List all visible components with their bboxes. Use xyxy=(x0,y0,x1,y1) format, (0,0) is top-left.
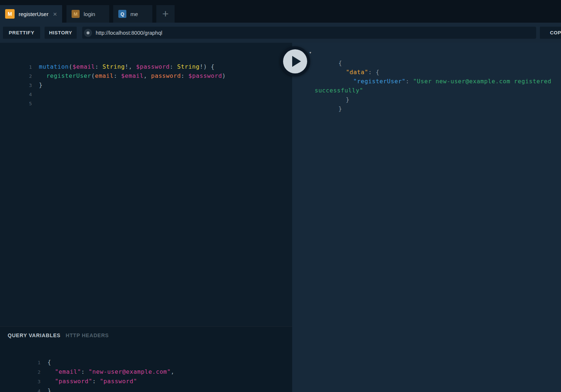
token: : xyxy=(114,72,121,79)
close-icon[interactable]: × xyxy=(53,11,57,18)
token: registerUser xyxy=(46,72,91,79)
token xyxy=(39,72,46,79)
code-line: 1mutation($email: String!, $password: St… xyxy=(0,53,292,62)
tab-query-variables[interactable]: QUERY VARIABLES xyxy=(8,332,61,338)
execute-button[interactable] xyxy=(280,46,310,76)
variables-header: QUERY VARIABLES HTTP HEADERS xyxy=(0,327,292,338)
token: "password" xyxy=(100,378,137,385)
tab-bar: M registerUser × M login Q me + xyxy=(0,0,561,23)
token: } xyxy=(39,81,42,88)
line-number: 2 xyxy=(30,368,41,377)
copy-url-button[interactable]: COPY xyxy=(540,27,561,39)
code-line: 4 xyxy=(0,80,292,90)
token: , xyxy=(171,368,175,375)
line-number: 1 xyxy=(22,62,32,72)
variables-editor[interactable]: 1{ 2 "email": "new-user@example.com", 3 … xyxy=(0,348,292,386)
line-number: 3 xyxy=(30,377,41,387)
token xyxy=(338,78,353,85)
line-number: 4 xyxy=(30,387,41,392)
token: { xyxy=(47,359,51,366)
token: : xyxy=(170,63,177,70)
variables-panel: QUERY VARIABLES HTTP HEADERS 1{ 2 "email… xyxy=(0,326,292,392)
endpoint-url-input[interactable] xyxy=(96,30,536,36)
mutation-badge-icon: M xyxy=(72,10,80,18)
new-tab-button[interactable]: + xyxy=(156,5,175,23)
mutation-badge-icon: M xyxy=(5,9,15,19)
token: "new-user@example.com" xyxy=(88,368,171,375)
token: !) { xyxy=(199,63,214,70)
result-line: "data": { xyxy=(316,58,561,68)
collapse-arrow-icon[interactable]: ▾ xyxy=(309,50,312,55)
line-number: 2 xyxy=(22,72,32,81)
connection-dot-icon xyxy=(84,29,92,37)
token: password xyxy=(151,72,181,79)
line-number: 4 xyxy=(22,90,32,99)
prettify-button[interactable]: PRETTIFY xyxy=(3,27,40,39)
line-number: 3 xyxy=(22,81,32,90)
token: String xyxy=(177,63,199,70)
play-icon xyxy=(283,49,307,73)
token: : xyxy=(92,378,100,385)
tab-label: login xyxy=(84,11,95,17)
token: ( xyxy=(91,72,95,79)
token: $email xyxy=(121,72,144,79)
token: String xyxy=(102,63,125,70)
tab-me[interactable]: Q me xyxy=(113,5,152,23)
result-viewer: ▾ { "data": { "registerUser": "User new-… xyxy=(292,43,561,392)
token: : xyxy=(95,63,102,70)
plus-icon: + xyxy=(162,8,169,20)
token: "User new-user@example.com registered xyxy=(413,78,552,85)
toolbar: PRETTIFY HISTORY COPY xyxy=(0,23,561,43)
tab-label: me xyxy=(130,11,138,17)
query-badge-icon: Q xyxy=(118,10,126,18)
token: : xyxy=(406,78,413,85)
tab-registeruser[interactable]: M registerUser × xyxy=(0,5,62,23)
result-line: { xyxy=(316,49,561,58)
tab-login[interactable]: M login xyxy=(66,5,109,23)
token: $password xyxy=(188,72,222,79)
graphql-playground: M registerUser × M login Q me + PRETTIFY… xyxy=(0,0,561,392)
token: : xyxy=(181,72,188,79)
tab-label: registerUser xyxy=(19,11,49,17)
tab-http-headers[interactable]: HTTP HEADERS xyxy=(66,332,109,338)
token: "data" xyxy=(346,69,368,76)
token: mutation xyxy=(39,63,69,70)
token xyxy=(338,69,346,76)
token: "email" xyxy=(55,368,81,375)
token: } xyxy=(338,96,350,103)
token: } xyxy=(47,387,51,392)
endpoint-url-bar xyxy=(82,27,536,39)
token xyxy=(47,378,55,385)
line-number: 1 xyxy=(30,358,41,368)
token: , xyxy=(144,72,151,79)
code-line: 5 xyxy=(0,90,292,99)
token: $email xyxy=(73,63,95,70)
token: ( xyxy=(69,63,72,70)
token: "registerUser" xyxy=(353,78,405,85)
history-button[interactable]: HISTORY xyxy=(45,27,77,39)
token: successfully" xyxy=(314,87,363,94)
token: "password" xyxy=(55,378,92,385)
result-line: } xyxy=(316,95,561,104)
token: : { xyxy=(368,69,379,76)
token: } xyxy=(338,105,342,112)
token: : xyxy=(81,368,88,375)
token xyxy=(47,368,55,375)
code-line: 1{ xyxy=(0,348,292,358)
line-number: 5 xyxy=(22,99,32,108)
token: !, xyxy=(125,63,136,70)
token: $password xyxy=(136,63,170,70)
token: email xyxy=(95,72,114,79)
token: { xyxy=(338,60,342,66)
query-editor[interactable]: 1mutation($email: String!, $password: St… xyxy=(0,43,292,326)
token: ) xyxy=(222,72,226,79)
